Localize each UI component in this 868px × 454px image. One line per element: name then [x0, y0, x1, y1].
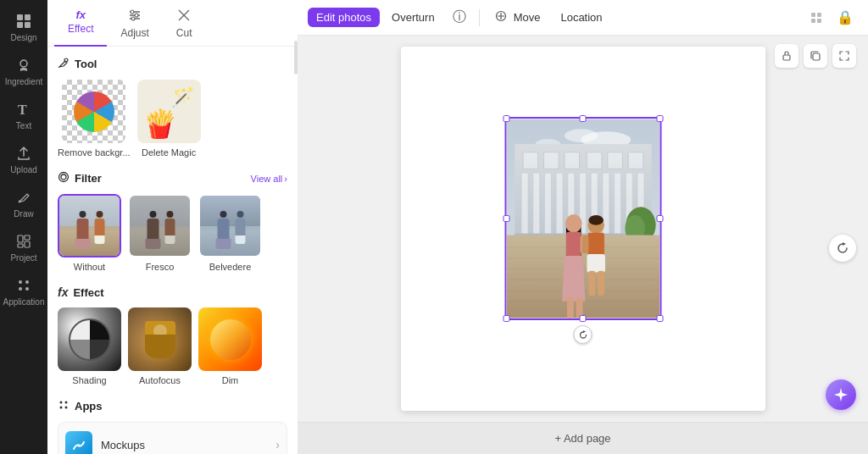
- filter-without[interactable]: Without: [58, 194, 121, 272]
- location-button[interactable]: Location: [552, 8, 610, 27]
- sidebar-item-upload[interactable]: Upload: [3, 139, 44, 180]
- photo-image: [506, 119, 659, 318]
- handle-bottom-left[interactable]: [503, 315, 509, 322]
- tab-adjust[interactable]: Adjust: [107, 0, 162, 46]
- panel: fx Effect Adjust Cut: [47, 0, 298, 454]
- edit-photos-button[interactable]: Edit photos: [308, 8, 380, 27]
- tool-remove-bg[interactable]: Remove backgr...: [58, 80, 131, 158]
- panel-content[interactable]: Tool Remove backgr... 🪄 🍟 Delete Magic: [47, 47, 298, 454]
- overturn-button[interactable]: Overturn: [383, 8, 443, 27]
- filter-icon: [58, 171, 70, 185]
- sidebar-item-design[interactable]: Design: [3, 7, 44, 47]
- canvas-lock-btn[interactable]: [775, 44, 798, 68]
- filter-fresco[interactable]: Fresco: [128, 194, 192, 272]
- canvas-expand-btn[interactable]: [832, 44, 856, 68]
- rotate-handle[interactable]: [574, 325, 593, 344]
- mockups-label: Mockups: [101, 439, 145, 451]
- adjust-tab-icon: [128, 8, 142, 25]
- upload-icon: [14, 144, 33, 163]
- sidebar-label-upload: Upload: [10, 165, 37, 174]
- svg-point-36: [564, 129, 597, 142]
- svg-rect-47: [544, 173, 551, 235]
- info-circle-icon: ⓘ: [453, 8, 466, 26]
- handle-top-left[interactable]: [503, 115, 509, 122]
- effect-shading-label: Shading: [72, 375, 106, 385]
- design-icon: [14, 12, 33, 30]
- svg-point-26: [77, 444, 81, 447]
- filter-section: Filter View all ›: [58, 171, 287, 272]
- left-sidebar: Design Ingredient T Text Upload: [0, 0, 47, 454]
- handle-middle-left[interactable]: [503, 215, 509, 222]
- tab-cut[interactable]: Cut: [163, 0, 206, 46]
- chevron-right-icon: ›: [284, 174, 287, 184]
- svg-point-24: [60, 407, 63, 409]
- svg-rect-73: [587, 254, 605, 273]
- svg-rect-46: [532, 173, 539, 235]
- refresh-btn[interactable]: [829, 235, 856, 262]
- tab-effect-label: Effect: [68, 23, 93, 35]
- effect-autofocus[interactable]: Autofocus: [128, 307, 192, 385]
- apps-icon: [58, 399, 70, 413]
- canvas-copy-btn[interactable]: [804, 44, 827, 68]
- add-page-bar[interactable]: + Add page: [298, 422, 868, 454]
- svg-point-23: [65, 401, 68, 404]
- svg-rect-77: [566, 297, 573, 318]
- toolbar-divider: [479, 9, 480, 26]
- sparkle-button[interactable]: [826, 379, 856, 410]
- effect-grid: Shading Autofocus: [58, 307, 287, 385]
- svg-point-11: [25, 280, 29, 284]
- canvas-page[interactable]: [401, 47, 765, 411]
- filter-section-title: Filter: [58, 171, 102, 185]
- sidebar-item-ingredient[interactable]: Ingredient: [3, 51, 44, 91]
- filter-section-header: Filter View all ›: [58, 171, 287, 185]
- handle-bottom-middle[interactable]: [580, 315, 587, 322]
- sidebar-item-text[interactable]: T Text: [3, 95, 44, 136]
- svg-rect-74: [581, 235, 588, 254]
- info-button[interactable]: ⓘ: [447, 5, 472, 30]
- svg-point-14: [131, 10, 134, 14]
- lock-icon-btn[interactable]: 🔒: [832, 5, 858, 30]
- tool-delete-magic[interactable]: 🪄 🍟 Delete Magic: [137, 80, 201, 158]
- main-area: Edit photos Overturn ⓘ Move Location: [298, 0, 868, 454]
- canvas-area[interactable]: [298, 36, 868, 422]
- handle-bottom-right[interactable]: [656, 315, 663, 322]
- move-button[interactable]: Move: [487, 7, 549, 28]
- svg-rect-6: [18, 235, 23, 242]
- svg-point-12: [19, 287, 22, 291]
- svg-rect-45: [521, 173, 528, 235]
- handle-top-right[interactable]: [656, 115, 663, 122]
- svg-rect-9: [18, 244, 23, 247]
- filter-belvedere[interactable]: Belvedere: [198, 194, 262, 272]
- sidebar-item-project[interactable]: Project: [3, 227, 44, 268]
- svg-point-4: [20, 60, 27, 67]
- tool-section: Tool Remove backgr... 🪄 🍟 Delete Magic: [58, 57, 287, 158]
- svg-rect-7: [25, 235, 30, 240]
- filter-without-label: Without: [74, 262, 105, 272]
- svg-rect-29: [817, 13, 821, 17]
- sidebar-item-application[interactable]: Application: [3, 271, 44, 312]
- svg-rect-28: [811, 13, 815, 17]
- photo-container[interactable]: [504, 117, 661, 320]
- svg-point-22: [60, 401, 63, 404]
- svg-point-25: [65, 407, 68, 409]
- handle-middle-right[interactable]: [656, 215, 663, 222]
- svg-rect-42: [587, 152, 602, 169]
- tab-effect[interactable]: fx Effect: [54, 0, 107, 46]
- svg-rect-41: [564, 152, 579, 169]
- filter-view-all[interactable]: View all ›: [251, 174, 287, 184]
- top-toolbar: Edit photos Overturn ⓘ Move Location: [298, 0, 868, 36]
- effect-shading[interactable]: Shading: [58, 307, 121, 385]
- sidebar-item-draw[interactable]: Draw: [3, 183, 44, 224]
- handle-top-middle[interactable]: [580, 115, 587, 122]
- svg-point-21: [61, 174, 66, 180]
- tool-delete-magic-label: Delete Magic: [142, 147, 196, 158]
- svg-rect-40: [543, 152, 559, 169]
- draw-icon: [14, 188, 33, 207]
- svg-point-20: [59, 173, 69, 182]
- effect-dim[interactable]: Dim: [198, 307, 262, 385]
- mosaic-icon-btn[interactable]: [804, 5, 829, 30]
- effect-autofocus-label: Autofocus: [139, 375, 181, 385]
- tool-icon: [58, 57, 70, 71]
- application-icon: [14, 276, 33, 295]
- apps-mockups-item[interactable]: Mockups ›: [58, 422, 287, 454]
